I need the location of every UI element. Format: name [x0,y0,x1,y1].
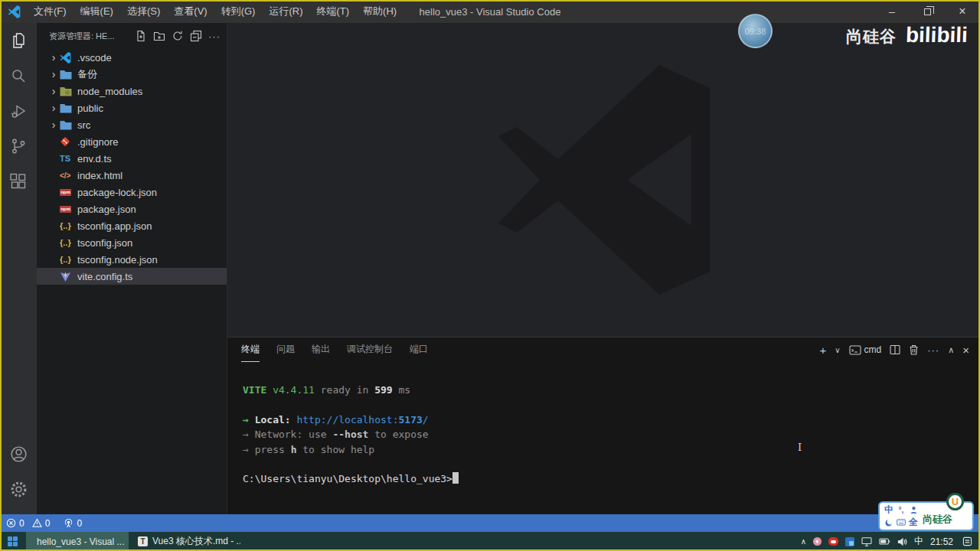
menu-item[interactable]: 终端(T) [309,0,356,23]
terminal-line: → Network: use --host to expose [243,427,980,442]
tray-app-blue-icon[interactable] [845,537,854,546]
clock[interactable]: 21:52 [930,536,953,547]
terminal-output[interactable]: I VITE v4.4.11 ready in 599 ms → Local: … [227,362,980,487]
search-icon[interactable] [0,58,37,93]
tree-item[interactable]: {..}tsconfig.node.json [37,251,227,268]
tree-item[interactable]: </>index.html [37,167,227,184]
tree-item[interactable]: ›备份 [37,66,227,83]
file-name: tsconfig.json [77,237,132,249]
split-terminal-icon[interactable] [890,344,900,355]
chevron-right-icon: › [47,119,60,131]
ime-punctuation[interactable]: °, [899,506,904,514]
terminal-line: VITE v4.4.11 ready in 599 ms [243,383,980,397]
more-actions-icon[interactable]: ··· [208,31,220,42]
tree-item[interactable]: {..}tsconfig.json [37,234,227,251]
ime-mode-chinese[interactable]: 中 [884,504,893,517]
extensions-icon[interactable] [0,164,37,199]
new-file-icon[interactable] [135,30,147,42]
menu-item[interactable]: 文件(F) [27,0,74,23]
tree-item[interactable]: .gitignore [37,133,227,150]
file-tree: ›.vscode›备份›node_modules›public›src.giti… [37,49,227,285]
source-control-icon[interactable] [0,129,37,164]
ime-moon-icon[interactable] [885,519,893,527]
folder-olive-file-icon [60,86,75,96]
close-button[interactable]: × [945,0,980,23]
taskbar-item-typora[interactable]: T Vue3 核心技术.md - ... [132,532,240,551]
error-icon [6,518,16,528]
braces-file-icon: {..} [60,255,75,264]
terminal-window-icon [849,345,861,355]
menu-item[interactable]: 转到(G) [214,0,263,23]
explorer-header-title: 资源管理器: HE... [49,31,115,42]
panel-tab-inactive[interactable]: 端口 [410,337,428,362]
terminal-line: → Local: http://localhost:5173/ [243,412,980,427]
tree-item[interactable]: npmpackage.json [37,201,227,217]
run-debug-icon[interactable] [0,93,37,129]
panel-more-icon[interactable]: ··· [927,344,939,356]
tree-item[interactable]: {..}tsconfig.app.json [37,217,227,234]
battery-icon[interactable] [879,537,890,546]
tray-hidden-icons-chevron[interactable]: ∧ [801,537,806,546]
file-name: node_modules [77,86,142,97]
network-display-icon[interactable] [861,537,872,546]
file-name: tsconfig.node.json [77,254,158,266]
ime-keyboard-icon[interactable] [897,519,906,526]
tree-item[interactable]: vite.config.ts [37,268,227,285]
collapse-folders-icon[interactable] [190,30,202,42]
terminal-toolbar: + ∨ cmd ··· ∧ × [819,337,969,362]
settings-gear-icon[interactable] [0,471,37,507]
notification-center-icon[interactable] [962,536,972,546]
menu-item[interactable]: 查看(V) [167,0,214,23]
restore-button[interactable] [910,0,945,23]
account-icon[interactable] [0,436,37,471]
tree-item[interactable]: TSenv.d.ts [37,150,227,167]
tree-item[interactable]: ›.vscode [37,49,227,66]
ime-user-icon[interactable] [910,506,918,514]
taskbar-item-vscode[interactable]: hello_vue3 - Visual ... [26,532,129,551]
recorder-avatar: 09:38 [738,14,773,48]
tree-item[interactable]: ›src [37,116,227,133]
file-name: public [77,103,103,114]
panel-tab-inactive[interactable]: 问题 [276,337,295,362]
panel-tab-inactive[interactable]: 输出 [312,337,330,362]
refresh-icon[interactable] [172,30,184,42]
terminal-line [243,457,980,471]
speaker-icon[interactable] [897,537,907,546]
panel-tab-inactive[interactable]: 调试控制台 [347,337,393,362]
file-name: vite.config.ts [77,271,132,282]
tree-item[interactable]: npmpackage-lock.json [37,184,227,201]
problems-status[interactable]: 0 0 [6,518,50,529]
menu-item[interactable]: 编辑(E) [74,0,120,23]
panel-tab-active[interactable]: 终端 [241,337,260,362]
minimize-button[interactable]: – [874,0,910,23]
ime-indicator[interactable]: 中 [914,535,923,548]
shell-type[interactable]: cmd [849,344,882,355]
menu-item[interactable]: 选择(S) [120,0,167,23]
terminal-dropdown-icon[interactable]: ∨ [835,346,840,354]
trash-icon[interactable] [909,344,919,355]
ports-status[interactable]: 0 [64,518,82,529]
ime-fullwidth[interactable]: 全 [909,516,918,529]
file-name: 备份 [77,67,97,81]
folder-file-icon [60,103,75,113]
explorer-icon[interactable] [0,23,37,58]
chevron-right-icon: › [47,85,60,97]
ts-file-icon: TS [60,154,75,163]
menu-item[interactable]: 帮助(H) [356,0,403,23]
file-name: package-lock.json [77,187,157,198]
start-button[interactable] [0,532,26,551]
tree-item[interactable]: ›public [37,99,227,116]
tray-app-red-icon[interactable] [828,537,838,546]
menu-item[interactable]: 运行(R) [262,0,309,23]
new-terminal-icon[interactable]: + [819,344,826,357]
folder-file-icon [60,120,75,130]
tree-item[interactable]: ›node_modules [37,83,227,99]
titlebar: 文件(F)编辑(E)选择(S)查看(V)转到(G)运行(R)终端(T)帮助(H)… [0,0,980,23]
system-tray: ∧ 中 21:52 [801,535,980,548]
maximize-panel-icon[interactable]: ∧ [948,345,954,355]
chevron-right-icon: › [47,51,60,64]
close-panel-icon[interactable]: × [962,344,969,357]
file-name: tsconfig.app.json [77,220,152,232]
tray-app-flower-icon[interactable] [813,537,822,546]
new-folder-icon[interactable] [153,30,165,42]
